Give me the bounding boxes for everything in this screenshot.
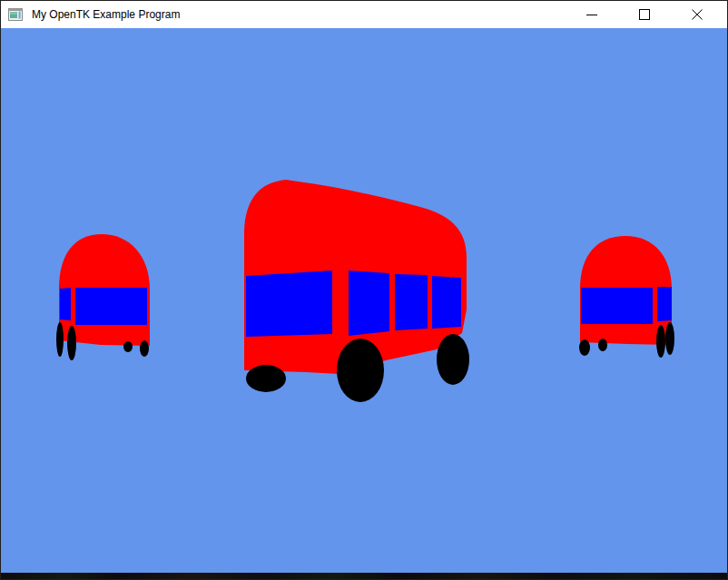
bus-wheel	[123, 341, 133, 352]
bus-right-partial	[579, 236, 674, 358]
bus-window	[246, 270, 332, 337]
bus-window	[395, 274, 428, 330]
bus-scene	[1, 28, 728, 580]
bus-wheel	[56, 322, 64, 357]
bus-wheel	[665, 322, 674, 355]
bus-window	[349, 270, 389, 336]
window-title: My OpenTK Example Program	[32, 1, 180, 28]
bus-wheel	[67, 326, 76, 360]
close-button[interactable]	[671, 1, 723, 28]
close-icon	[690, 7, 704, 22]
titlebar[interactable]: My OpenTK Example Program	[1, 1, 727, 28]
bus-wheel	[437, 334, 469, 385]
bus-center	[244, 180, 469, 402]
maximize-button[interactable]	[618, 1, 671, 28]
minimize-icon	[585, 7, 599, 22]
bus-wheel	[598, 339, 607, 351]
background-window-sliver	[1, 573, 727, 579]
gl-viewport	[1, 28, 727, 579]
bus-wheel	[579, 339, 590, 356]
app-window-icon[interactable]	[8, 7, 23, 22]
bus-wheel	[246, 365, 286, 392]
bus-wheel	[656, 325, 665, 358]
bus-wheel	[337, 339, 384, 402]
caption-buttons	[566, 1, 723, 28]
minimize-button[interactable]	[566, 1, 618, 28]
bus-wheel	[140, 340, 149, 357]
bus-window	[60, 288, 71, 320]
app-window: My OpenTK Example Program	[0, 0, 728, 580]
bus-window	[75, 288, 147, 325]
maximize-icon	[637, 7, 652, 22]
bus-left-partial	[56, 234, 150, 360]
bus-window	[432, 276, 461, 329]
bus-window	[657, 287, 672, 321]
bus-window	[581, 288, 653, 324]
